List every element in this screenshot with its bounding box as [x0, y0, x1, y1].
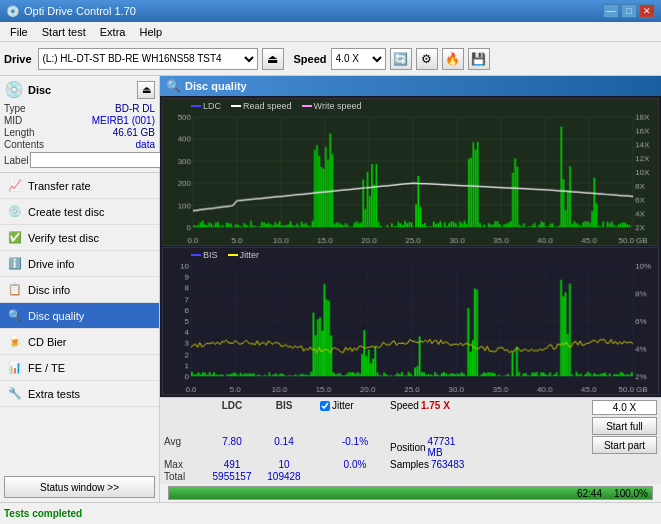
stats-total-row: Total 5955157 109428 [164, 471, 657, 482]
stats-max-ldc: 491 [206, 459, 258, 470]
sidebar-item-drive-info[interactable]: ℹ️ Drive info [0, 251, 159, 277]
drive-label: Drive [4, 53, 32, 65]
legend-bis-color [191, 254, 201, 256]
sidebar-item-verify-test-disc[interactable]: ✅ Verify test disc [0, 225, 159, 251]
position-value: 47731 MB [428, 436, 460, 458]
legend-ldc-color [191, 105, 201, 107]
refresh-button[interactable]: 🔄 [390, 48, 412, 70]
stats-total-label: Total [164, 471, 206, 482]
stats-position: Position 47731 MB [390, 436, 460, 458]
stats-total-ldc: 5955157 [206, 471, 258, 482]
legend-read-speed-color [231, 105, 241, 107]
stats-panel: LDC BIS Jitter Speed 1.75 X 4.0 X Start … [160, 397, 661, 484]
progress-bar: 62:44 100.0% [168, 486, 653, 500]
menu-file[interactable]: File [4, 23, 34, 41]
menu-start-test[interactable]: Start test [36, 23, 92, 41]
disc-panel: 💿 Disc ⏏ Type BD-R DL MID MEIRB1 (001) L… [0, 76, 159, 173]
stats-avg-label: Avg [164, 436, 206, 458]
burn-button[interactable]: 🔥 [442, 48, 464, 70]
quality-header-title: Disc quality [185, 80, 247, 92]
sidebar-item-fe-te[interactable]: 📊 FE / TE [0, 355, 159, 381]
stats-total-bis: 109428 [258, 471, 310, 482]
disc-title: Disc [28, 84, 51, 96]
save-button[interactable]: 💾 [468, 48, 490, 70]
create-test-disc-icon: 💿 [8, 205, 22, 218]
position-label: Position [390, 442, 426, 453]
stats-header-row: LDC BIS Jitter Speed 1.75 X 4.0 X Start … [164, 400, 657, 435]
drive-select[interactable]: (L:) HL-DT-ST BD-RE WH16NS58 TST4 [38, 48, 258, 70]
sidebar-item-cd-bier[interactable]: 🍺 CD Bier [0, 329, 159, 355]
sidebar-item-transfer-rate[interactable]: 📈 Transfer rate [0, 173, 159, 199]
stats-bis-header: BIS [258, 400, 310, 411]
sidebar-item-disc-quality[interactable]: 🔍 Disc quality [0, 303, 159, 329]
disc-contents-label: Contents [4, 139, 44, 150]
quality-header: 🔍 Disc quality [160, 76, 661, 96]
close-button[interactable]: ✕ [639, 4, 655, 18]
menubar: File Start test Extra Help [0, 22, 661, 42]
toolbar: Drive (L:) HL-DT-ST BD-RE WH16NS58 TST4 … [0, 42, 661, 76]
sidebar-item-disc-info[interactable]: 📋 Disc info [0, 277, 159, 303]
jitter-checkbox[interactable] [320, 401, 330, 411]
disc-label-input[interactable] [30, 152, 163, 168]
start-full-button[interactable]: Start full [592, 417, 657, 435]
minimize-button[interactable]: — [603, 4, 619, 18]
samples-value: 763483 [431, 459, 464, 470]
disc-type-value: BD-R DL [115, 103, 155, 114]
maximize-button[interactable]: □ [621, 4, 637, 18]
chart-ldc: LDC Read speed Write speed [162, 98, 659, 246]
legend-jitter: Jitter [228, 250, 260, 260]
start-part-button[interactable]: Start part [592, 436, 657, 454]
app-icon: 💿 [6, 5, 20, 18]
legend-read-speed: Read speed [231, 101, 292, 111]
stats-avg-bis: 0.14 [258, 436, 310, 458]
stats-jitter-header: Jitter [320, 400, 390, 411]
app-title: Opti Drive Control 1.70 [24, 5, 136, 17]
disc-quality-label: Disc quality [28, 310, 84, 322]
cd-bier-icon: 🍺 [8, 335, 22, 348]
sidebar: 💿 Disc ⏏ Type BD-R DL MID MEIRB1 (001) L… [0, 76, 160, 502]
disc-type-label: Type [4, 103, 26, 114]
status-window-button[interactable]: Status window >> [4, 476, 155, 498]
quality-header-icon: 🔍 [166, 79, 181, 93]
progress-percent: 100.0% [614, 487, 648, 501]
eject-button[interactable]: ⏏ [262, 48, 284, 70]
status-text: Tests completed [4, 508, 82, 519]
sidebar-item-extra-tests[interactable]: 🔧 Extra tests [0, 381, 159, 407]
settings-button[interactable]: ⚙ [416, 48, 438, 70]
legend-jitter-color [228, 254, 238, 256]
speed-select[interactable]: 4.0 X [331, 48, 386, 70]
legend-write-speed: Write speed [302, 101, 362, 111]
fe-te-label: FE / TE [28, 362, 65, 374]
right-side: 4.0 X Start full [592, 400, 657, 435]
extra-tests-label: Extra tests [28, 388, 80, 400]
menu-extra[interactable]: Extra [94, 23, 132, 41]
disc-eject-button[interactable]: ⏏ [137, 81, 155, 99]
verify-test-disc-icon: ✅ [8, 231, 22, 244]
stats-avg-row: Avg 7.80 0.14 -0.1% Position 47731 MB St… [164, 436, 657, 458]
start-part-container: Start part [592, 436, 657, 454]
titlebar: 💿 Opti Drive Control 1.70 — □ ✕ [0, 0, 661, 22]
charts-container: LDC Read speed Write speed [160, 96, 661, 397]
menu-help[interactable]: Help [133, 23, 168, 41]
legend-write-speed-color [302, 105, 312, 107]
disc-mid-value: MEIRB1 (001) [92, 115, 155, 126]
speed-stat-value: 1.75 X [421, 400, 450, 411]
stats-max-bis: 10 [258, 459, 310, 470]
disc-mid-row: MID MEIRB1 (001) [4, 115, 155, 126]
transfer-rate-icon: 📈 [8, 179, 22, 192]
progress-time: 62:44 [577, 487, 602, 501]
stats-avg-ldc: 7.80 [206, 436, 258, 458]
legend-ldc: LDC [191, 101, 221, 111]
disc-label-row: Label 🏷 [4, 152, 155, 168]
speed-stat-label: Speed [390, 400, 419, 411]
disc-contents-value: data [136, 139, 155, 150]
legend-bis: BIS [191, 250, 218, 260]
samples-label: Samples [390, 459, 429, 470]
disc-type-row: Type BD-R DL [4, 103, 155, 114]
stats-speed-header: Speed 1.75 X [390, 400, 460, 411]
stats-avg-jitter: -0.1% [320, 436, 390, 458]
stats-max-total-row: Max 491 10 0.0% Samples 763483 [164, 459, 657, 470]
extra-tests-icon: 🔧 [8, 387, 22, 400]
disc-mid-label: MID [4, 115, 22, 126]
sidebar-item-create-test-disc[interactable]: 💿 Create test disc [0, 199, 159, 225]
